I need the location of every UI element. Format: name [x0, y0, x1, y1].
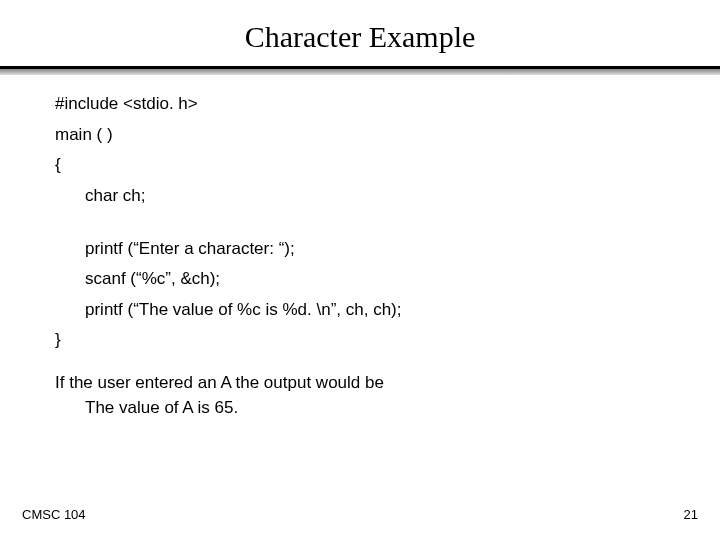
code-line: } — [55, 328, 665, 353]
note-line: If the user entered an A the output woul… — [55, 371, 665, 396]
blank-line — [55, 215, 665, 237]
code-line: #include <stdio. h> — [55, 92, 665, 117]
code-line: main ( ) — [55, 123, 665, 148]
code-line: char ch; — [55, 184, 665, 209]
slide-footer: CMSC 104 21 — [0, 507, 720, 522]
output-note: If the user entered an A the output woul… — [55, 371, 665, 420]
code-line: { — [55, 153, 665, 178]
code-line: printf (“Enter a character: “); — [55, 237, 665, 262]
title-divider — [0, 66, 720, 74]
slide-content: #include <stdio. h> main ( ) { char ch; … — [0, 74, 720, 420]
footer-page-number: 21 — [684, 507, 698, 522]
code-line: scanf (“%c”, &ch); — [55, 267, 665, 292]
note-line: The value of A is 65. — [55, 396, 665, 421]
footer-course: CMSC 104 — [22, 507, 86, 522]
slide-title: Character Example — [0, 0, 720, 66]
code-line: printf (“The value of %c is %d. \n”, ch,… — [55, 298, 665, 323]
